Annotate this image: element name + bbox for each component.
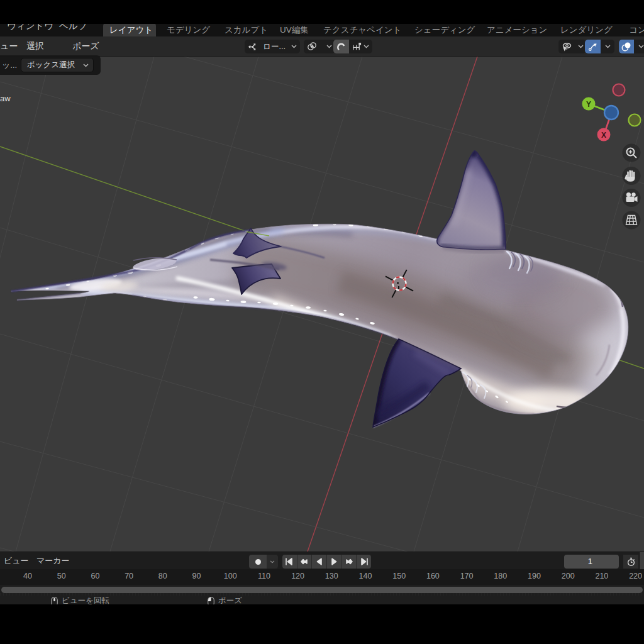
timeline-right-sliver [639, 552, 644, 569]
viewport-canvas: Y X [0, 57, 644, 552]
snapping-group [333, 40, 372, 53]
toggle-grid-button[interactable] [623, 211, 641, 230]
active-tool-value: ボックス選択 [27, 60, 75, 70]
tool-settings-bar: ッ... ボックス選択 [0, 55, 101, 75]
playback-controls [282, 555, 371, 569]
chevron-down-icon [638, 45, 644, 48]
workspace-tab[interactable]: アニメーション [480, 23, 548, 36]
status-bar: ビューを回転 ポーズ [0, 596, 644, 604]
play-icon [329, 557, 339, 567]
show-gizmo-toggle[interactable] [585, 40, 601, 53]
middle-mouse-button-icon [51, 597, 58, 604]
timeline-scrollbar[interactable] [1, 587, 643, 593]
chevron-down-icon [364, 45, 369, 48]
viewport-overlay-label: aw [0, 94, 11, 103]
workspace-tab[interactable]: レンダリング [554, 23, 613, 36]
status-hint-rotate-view: ビューを回転 [51, 596, 109, 604]
snap-increment-icon [352, 42, 362, 52]
left-mouse-button-icon [208, 597, 214, 604]
ruler-frame-number: 130 [318, 572, 345, 580]
record-icon [255, 559, 261, 565]
chevron-down-icon [291, 45, 297, 48]
jump-to-end-icon [359, 557, 369, 567]
zoom-button[interactable] [623, 144, 641, 162]
menu-view-partial[interactable]: ュー [0, 36, 18, 56]
pivot-icon [307, 42, 317, 52]
drag-label: ッ... [2, 55, 17, 75]
play-reverse-icon [314, 557, 325, 567]
menu-pose[interactable]: ポーズ [72, 36, 99, 56]
status-hint-label: ポーズ [218, 596, 242, 604]
status-hint-label: ビューを回転 [62, 596, 109, 604]
magnet-icon [336, 42, 346, 52]
gizmo-axis-neg-x[interactable] [613, 84, 625, 96]
jump-to-end-button[interactable] [357, 555, 371, 569]
ruler-frame-number: 220 [622, 572, 644, 580]
transform-orientation-value: ロー... [263, 42, 286, 52]
visibility-icon [561, 42, 572, 52]
chevron-down-icon [83, 64, 89, 67]
ruler-frame-number: 210 [588, 572, 616, 580]
workspace-tab[interactable]: コン [619, 23, 644, 36]
ruler-frame-number: 140 [352, 572, 379, 580]
ruler-frame-number: 150 [386, 572, 413, 580]
show-overlays-toggle[interactable] [619, 40, 634, 53]
auto-keying-toggle[interactable] [249, 555, 267, 569]
ruler-frame-number: 120 [284, 572, 312, 580]
shark-model[interactable] [11, 148, 628, 427]
gizmo-y-label: Y [586, 100, 591, 109]
gizmo-axis-neg-y[interactable] [629, 114, 641, 126]
gizmo-icon [588, 42, 597, 52]
viewport-nav-buttons [623, 144, 641, 230]
workspace-tab[interactable]: モデリング [160, 23, 212, 36]
workspace-tab[interactable]: シェーディング [408, 23, 474, 36]
transform-orientation-dropdown[interactable]: ロー... [245, 40, 300, 53]
timeline-menu-marker[interactable]: マーカー [36, 552, 70, 569]
status-hint-pose: ポーズ [208, 596, 242, 604]
gizmo-settings-dropdown[interactable] [601, 45, 614, 48]
ruler-frame-number: 40 [14, 572, 42, 580]
chevron-down-icon [605, 45, 611, 48]
jump-to-start-button[interactable] [282, 555, 297, 569]
3d-viewport[interactable]: Y X [0, 57, 644, 552]
play-button[interactable] [327, 555, 342, 569]
timecode-button[interactable] [623, 555, 638, 569]
ruler-frame-number: 190 [521, 572, 548, 580]
pivot-point-dropdown[interactable] [304, 40, 335, 53]
pan-button[interactable] [623, 167, 641, 185]
camera-view-button[interactable] [623, 189, 641, 207]
overlay-icon [621, 42, 631, 52]
active-tool-dropdown[interactable]: ボックス選択 [21, 58, 94, 72]
snap-settings-dropdown[interactable] [349, 42, 372, 52]
object-visibility-dropdown[interactable] [558, 40, 586, 53]
blender-window: Y X [0, 0, 644, 644]
snap-toggle[interactable] [333, 40, 349, 53]
ruler-frame-number: 200 [554, 572, 582, 580]
workspace-tab[interactable]: スカルプト [218, 23, 270, 36]
current-frame-field[interactable]: 1 [564, 555, 619, 569]
screen-crop-black [0, 0, 644, 24]
previous-keyframe-button[interactable] [297, 555, 313, 569]
ruler-frame-number: 110 [250, 572, 278, 580]
navigation-gizmo[interactable]: Y X [582, 84, 641, 142]
auto-keying-dropdown[interactable] [267, 555, 278, 569]
timeline-header: ビュー マーカー 1 [0, 552, 644, 569]
workspace-tab[interactable]: レイアウト [103, 23, 156, 36]
gizmo-axis-z[interactable] [604, 106, 618, 119]
current-frame-value: 1 [588, 555, 592, 569]
workspace-tab[interactable]: テクスチャペイント [317, 23, 402, 36]
gizmo-x-label: X [601, 131, 606, 140]
ruler-frame-number: 160 [419, 572, 447, 580]
timeline-ruler[interactable]: 4050607080901001101201301401501601701801… [0, 569, 644, 585]
ruler-frame-number: 180 [487, 572, 514, 580]
play-reverse-button[interactable] [312, 555, 327, 569]
timeline-scroll-area [0, 585, 644, 596]
view3d-header: ュー 選択 ポーズ ロー... [0, 36, 644, 57]
overlays-settings-dropdown[interactable] [634, 45, 644, 48]
timeline-menu-view[interactable]: ビュー [4, 552, 29, 569]
workspace-tab[interactable]: UV編集 [274, 23, 314, 36]
menu-select[interactable]: 選択 [26, 36, 44, 56]
ruler-frame-number: 50 [48, 572, 75, 580]
next-keyframe-button[interactable] [342, 555, 357, 569]
ruler-frame-number: 100 [216, 572, 244, 580]
